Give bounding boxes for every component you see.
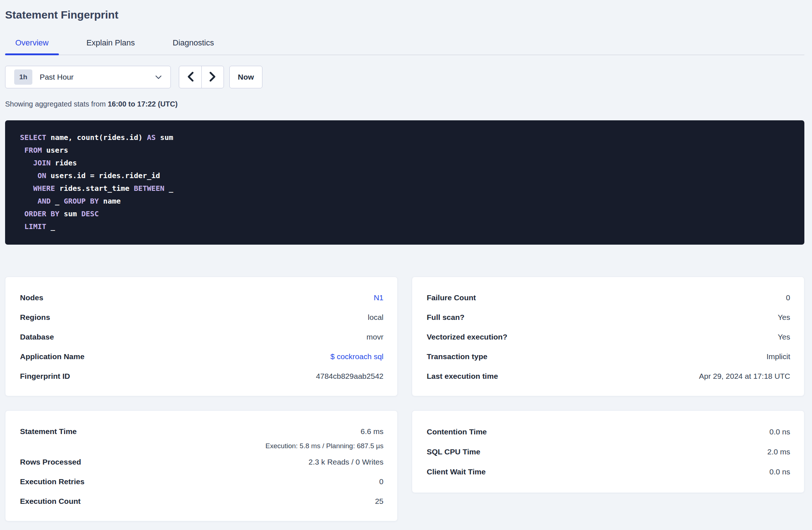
chevron-left-icon [187,72,194,83]
stat-row-last-execution-time: Last execution time Apr 29, 2024 at 17:1… [427,366,790,386]
time-range-label: Past Hour [40,73,73,81]
stat-row-rows-processed: Rows Processed 2.3 k Reads / 0 Writes [20,452,383,472]
stat-label: Vectorized execution? [427,333,507,341]
overview-cards-row: Nodes N1 Regions local Database movr App… [5,277,804,396]
stat-value: 4784cb829aab2542 [316,372,383,381]
now-button[interactable]: Now [229,66,262,88]
stat-label: Contention Time [427,427,487,436]
stat-value: local [368,313,383,322]
stat-label: Execution Count [20,497,81,506]
stat-row-application-name: Application Name $ cockroach sql [20,347,383,366]
stat-value: Implicit [767,352,790,361]
stat-row-sql-cpu-time: SQL CPU Time 2.0 ms [427,442,790,462]
wait-timing-card: Contention Time 0.0 ns SQL CPU Time 2.0 … [412,410,804,493]
stat-label: Failure Count [427,293,476,302]
time-controls: 1h Past Hour Now [5,66,804,88]
page-title: Statement Fingerprint [5,8,804,22]
stat-label: Last execution time [427,372,498,381]
statement-timing-card: Statement Time 6.6 ms Execution: 5.8 ms … [5,410,398,521]
application-name-link[interactable]: $ cockroach sql [330,352,383,361]
sql-statement-box: SELECT name, count(rides.id) AS sum FROM… [5,120,804,245]
stat-value: 2.0 ms [767,447,790,456]
stat-value: 25 [375,497,383,506]
statement-fingerprint-page: Statement Fingerprint Overview Explain P… [0,0,812,521]
stat-row-contention-time: Contention Time 0.0 ns [427,422,790,442]
stat-value: 0.0 ns [769,427,790,436]
aggregation-summary: Showing aggregated stats from 16:00 to 1… [5,99,804,109]
stat-value: 2.3 k Reads / 0 Writes [309,458,383,466]
stat-row-database: Database movr [20,327,383,347]
stat-row-vectorized: Vectorized execution? Yes [427,327,790,347]
tab-bar: Overview Explain Plans Diagnostics [5,34,804,55]
tab-diagnostics[interactable]: Diagnostics [162,34,224,55]
statement-time-breakdown: Execution: 5.8 ms / Planning: 687.5 µs [20,441,383,452]
stat-label: Database [20,333,54,341]
stat-value: 0 [379,477,383,486]
chevron-right-icon [209,72,216,83]
stat-value: Apr 29, 2024 at 17:18 UTC [699,372,790,381]
stat-label: Regions [20,313,50,322]
stat-row-client-wait-time: Client Wait Time 0.0 ns [427,462,790,482]
tab-explain-plans[interactable]: Explain Plans [76,34,145,55]
stat-row-execution-count: Execution Count 25 [20,491,383,511]
stat-label: SQL CPU Time [427,447,480,456]
stat-value: 0 [786,293,790,302]
sql-code: SELECT name, count(rides.id) AS sum FROM… [20,131,790,233]
stat-row-statement-time: Statement Time 6.6 ms [20,422,383,441]
chevron-down-icon [155,75,162,79]
statement-details-card: Nodes N1 Regions local Database movr App… [5,277,398,396]
stat-row-fingerprint-id: Fingerprint ID 4784cb829aab2542 [20,366,383,386]
nodes-link[interactable]: N1 [374,293,383,302]
stat-row-failure-count: Failure Count 0 [427,288,790,308]
stat-value: 6.6 ms [361,427,383,436]
stat-value: movr [366,333,383,341]
stat-label: Transaction type [427,352,487,361]
time-step-button-group [179,66,224,88]
stat-label: Application Name [20,352,84,361]
stat-label: Rows Processed [20,458,81,466]
stat-value: Yes [778,313,790,322]
stat-label: Fingerprint ID [20,372,70,381]
aggregation-summary-prefix: Showing aggregated stats from [5,100,108,108]
stat-row-nodes: Nodes N1 [20,288,383,308]
next-time-button[interactable] [201,66,224,88]
stat-row-transaction-type: Transaction type Implicit [427,347,790,366]
stat-row-full-scan: Full scan? Yes [427,308,790,327]
aggregation-summary-range: 16:00 to 17:22 (UTC) [108,100,177,108]
tab-overview[interactable]: Overview [5,34,59,55]
stat-label: Execution Retries [20,477,84,486]
stat-row-regions: Regions local [20,308,383,327]
time-range-dropdown[interactable]: 1h Past Hour [5,66,171,88]
previous-time-button[interactable] [179,66,201,88]
stat-label: Full scan? [427,313,465,322]
stat-row-execution-retries: Execution Retries 0 [20,472,383,491]
stat-value: Yes [778,333,790,341]
stat-label: Client Wait Time [427,467,486,476]
stat-value: 0.0 ns [769,467,790,476]
stat-label: Statement Time [20,427,77,436]
execution-attributes-card: Failure Count 0 Full scan? Yes Vectorize… [412,277,804,396]
timing-cards-row: Statement Time 6.6 ms Execution: 5.8 ms … [5,410,804,521]
time-range-badge: 1h [14,69,32,85]
stat-label: Nodes [20,293,43,302]
